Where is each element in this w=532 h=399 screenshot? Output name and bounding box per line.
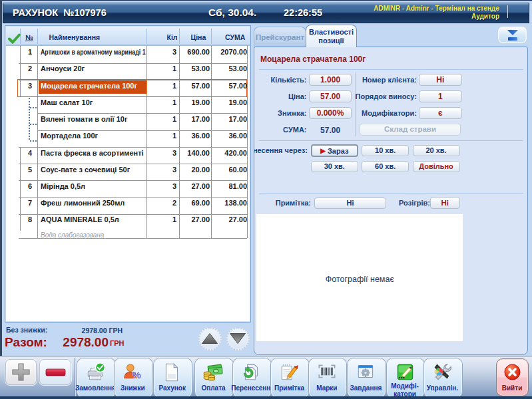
svg-text:%: % [132,369,140,380]
